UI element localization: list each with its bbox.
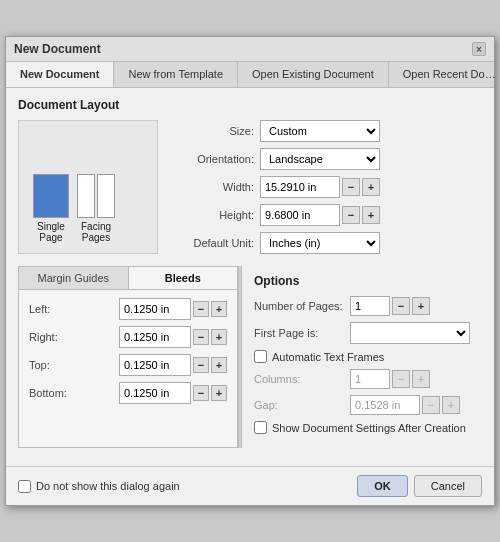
margin-top-decrement[interactable]: − <box>193 357 209 373</box>
sub-tab-bleeds[interactable]: Bleeds <box>129 267 238 289</box>
margin-left-increment[interactable]: + <box>211 301 227 317</box>
tab-open-existing[interactable]: Open Existing Document <box>238 62 389 87</box>
columns-label: Columns: <box>254 373 344 385</box>
tab-new-document[interactable]: New Document <box>6 62 114 87</box>
margin-bottom-row: Bottom: − + <box>29 382 227 404</box>
first-page-row: First Page is: <box>254 322 470 344</box>
columns-spinner: − + <box>350 369 430 389</box>
columns-decrement: − <box>392 370 410 388</box>
layout-section-title: Document Layout <box>18 98 482 112</box>
show-settings-row: Show Document Settings After Creation <box>254 421 470 434</box>
bottom-section: Margin Guides Bleeds Left: − + <box>18 266 482 448</box>
single-page-label: SinglePage <box>37 221 65 243</box>
margin-top-increment[interactable]: + <box>211 357 227 373</box>
orientation-select[interactable]: Landscape Portrait <box>260 148 380 170</box>
margin-bottom-spinner: − + <box>119 382 227 404</box>
default-unit-row: Default Unit: Inches (in) Millimeters (m… <box>174 232 482 254</box>
width-decrement[interactable]: − <box>342 178 360 196</box>
margin-right-row: Right: − + <box>29 326 227 348</box>
right-panel: Options Number of Pages: − + First Page … <box>242 266 482 448</box>
single-page-icon <box>33 174 69 218</box>
margin-bottom-increment[interactable]: + <box>211 385 227 401</box>
tab-open-recent[interactable]: Open Recent Do… <box>389 62 500 87</box>
margin-left-input[interactable] <box>119 298 191 320</box>
margin-top-spinner: − + <box>119 354 227 376</box>
margin-left-decrement[interactable]: − <box>193 301 209 317</box>
first-page-label: First Page is: <box>254 327 344 339</box>
width-spinner: − + <box>260 176 380 198</box>
do-not-show-row: Do not show this dialog again <box>18 480 180 493</box>
facing-page-right-icon <box>97 174 115 218</box>
auto-text-frames-checkbox[interactable] <box>254 350 267 363</box>
gap-decrement: − <box>422 396 440 414</box>
gap-row: Gap: − + <box>254 395 470 415</box>
tab-bar: New Document New from Template Open Exis… <box>6 62 494 88</box>
size-select[interactable]: Custom A4LetterLegal <box>260 120 380 142</box>
first-page-select[interactable] <box>350 322 470 344</box>
margin-top-input[interactable] <box>119 354 191 376</box>
document-layout: SinglePage FacingPages Size: Custom <box>18 120 482 254</box>
title-bar: New Document × <box>6 37 494 62</box>
width-increment[interactable]: + <box>362 178 380 196</box>
main-content: Document Layout SinglePage FacingPages <box>6 88 494 458</box>
gap-label: Gap: <box>254 399 344 411</box>
orientation-label: Orientation: <box>174 153 254 165</box>
do-not-show-checkbox[interactable] <box>18 480 31 493</box>
width-input[interactable] <box>260 176 340 198</box>
sub-tab-margin-guides[interactable]: Margin Guides <box>19 267 129 289</box>
auto-text-frames-row: Automatic Text Frames <box>254 350 470 363</box>
options-title: Options <box>254 274 470 288</box>
margin-right-increment[interactable]: + <box>211 329 227 345</box>
footer: Do not show this dialog again OK Cancel <box>6 466 494 505</box>
height-decrement[interactable]: − <box>342 206 360 224</box>
height-label: Height: <box>174 209 254 221</box>
size-row: Size: Custom A4LetterLegal <box>174 120 482 142</box>
default-unit-label: Default Unit: <box>174 237 254 249</box>
width-row: Width: − + <box>174 176 482 198</box>
height-input[interactable] <box>260 204 340 226</box>
layout-settings: Size: Custom A4LetterLegal Orientation: … <box>174 120 482 254</box>
cancel-button[interactable]: Cancel <box>414 475 482 497</box>
num-pages-decrement[interactable]: − <box>392 297 410 315</box>
facing-pages-label: FacingPages <box>81 221 111 243</box>
orientation-row: Orientation: Landscape Portrait <box>174 148 482 170</box>
margin-top-row: Top: − + <box>29 354 227 376</box>
show-settings-label: Show Document Settings After Creation <box>272 422 466 434</box>
page-previews: SinglePage FacingPages <box>18 120 158 254</box>
num-pages-row: Number of Pages: − + <box>254 296 470 316</box>
height-spinner: − + <box>260 204 380 226</box>
size-label: Size: <box>174 125 254 137</box>
ok-button[interactable]: OK <box>357 475 408 497</box>
num-pages-spinner: − + <box>350 296 430 316</box>
columns-input <box>350 369 390 389</box>
margin-bottom-decrement[interactable]: − <box>193 385 209 401</box>
gap-increment: + <box>442 396 460 414</box>
facing-pages-preview[interactable]: FacingPages <box>77 174 115 243</box>
margin-right-spinner: − + <box>119 326 227 348</box>
tab-new-from-template[interactable]: New from Template <box>114 62 238 87</box>
margin-right-input[interactable] <box>119 326 191 348</box>
height-increment[interactable]: + <box>362 206 380 224</box>
left-panel: Margin Guides Bleeds Left: − + <box>18 266 238 448</box>
columns-increment: + <box>412 370 430 388</box>
margin-right-label: Right: <box>29 331 71 343</box>
auto-text-frames-label: Automatic Text Frames <box>272 351 384 363</box>
margin-right-decrement[interactable]: − <box>193 329 209 345</box>
show-settings-checkbox[interactable] <box>254 421 267 434</box>
margin-fields: Left: − + Right: − + <box>19 290 237 418</box>
margin-top-label: Top: <box>29 359 71 371</box>
do-not-show-label: Do not show this dialog again <box>36 480 180 492</box>
margin-bottom-label: Bottom: <box>29 387 71 399</box>
margin-left-spinner: − + <box>119 298 227 320</box>
default-unit-select[interactable]: Inches (in) Millimeters (mm)Centimeters … <box>260 232 380 254</box>
facing-page-left-icon <box>77 174 95 218</box>
columns-row: Columns: − + <box>254 369 470 389</box>
single-page-preview[interactable]: SinglePage <box>33 174 69 243</box>
new-document-dialog: New Document × New Document New from Tem… <box>5 36 495 506</box>
dialog-title: New Document <box>14 42 101 56</box>
num-pages-increment[interactable]: + <box>412 297 430 315</box>
close-button[interactable]: × <box>472 42 486 56</box>
sub-tab-bar: Margin Guides Bleeds <box>19 267 237 290</box>
num-pages-input[interactable] <box>350 296 390 316</box>
margin-bottom-input[interactable] <box>119 382 191 404</box>
